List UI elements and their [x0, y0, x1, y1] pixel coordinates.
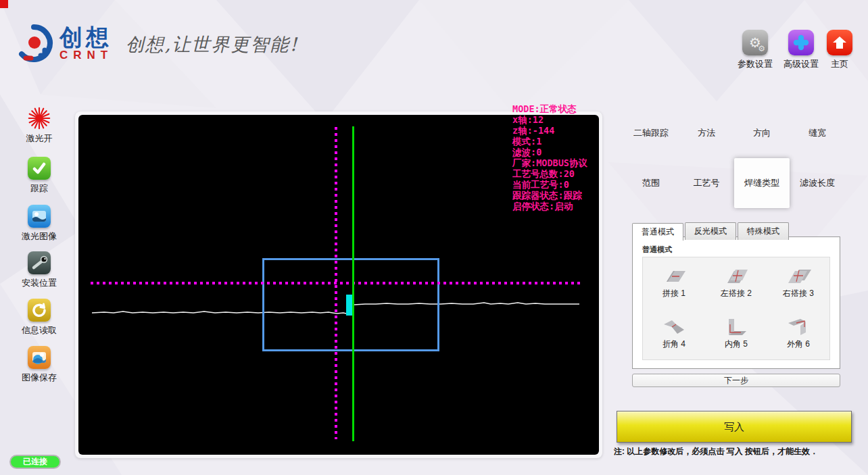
nav-item-method[interactable]: 方法 — [679, 108, 734, 158]
brand-name-en: CRNT — [59, 49, 113, 61]
sidebar-label-laser-image: 激光图像 — [12, 230, 66, 243]
brand-name-cn: 创想 — [59, 25, 113, 49]
weld-option-label: 折角 4 — [662, 339, 685, 350]
fold-angle-icon — [658, 318, 690, 336]
slogan-text: 创想,让世界更智能! — [126, 32, 298, 57]
camera-panel: MODE:正常状态 x轴:12 z轴:-144 模式:1 滤波:0 厂家:MOD… — [75, 111, 602, 458]
overlay-proc-total: 工艺号总数:20 — [512, 168, 587, 179]
overlay-mode: 模式:1 — [512, 136, 587, 147]
settings-nav: 二轴跟踪 方法 方向 缝宽 范围 工艺号 焊缝类型 滤波长度 — [623, 108, 845, 208]
advanced-settings-button[interactable]: 高级设置 — [781, 30, 821, 70]
sidebar-item-tracking[interactable]: 跟踪 — [12, 157, 66, 195]
camera-canvas: MODE:正常状态 x轴:12 z轴:-144 模式:1 滤波:0 厂家:MOD… — [78, 115, 599, 455]
overlay-mode-line: MODE:正常状态 — [512, 103, 587, 114]
nav-item-range[interactable]: 范围 — [623, 158, 679, 208]
sidebar-item-laser-on[interactable]: 激光开 — [12, 107, 66, 145]
sidebar-item-info-read[interactable]: 信息读取 — [12, 299, 66, 336]
gears-icon: ⚙⚙ — [742, 30, 768, 55]
overlay-x-axis: x轴:12 — [512, 114, 587, 125]
weld-option-inner-corner[interactable]: 内角 5 — [705, 309, 767, 360]
outer-corner-icon — [783, 318, 814, 336]
home-icon — [827, 30, 852, 55]
sidebar-item-image-save[interactable]: 图像保存 — [12, 346, 66, 384]
weld-option-label: 左搭接 2 — [721, 288, 752, 299]
home-button[interactable]: 主页 — [819, 30, 860, 70]
next-step-button[interactable]: 下一步 — [632, 374, 840, 387]
brand-text: 创想 CRNT — [59, 25, 113, 61]
status-overlay: MODE:正常状态 x轴:12 z轴:-144 模式:1 滤波:0 厂家:MOD… — [512, 103, 587, 211]
crosshair-horizontal — [91, 282, 583, 284]
overlay-filter: 滤波:0 — [512, 147, 587, 157]
image-save-icon — [28, 346, 51, 369]
advanced-settings-label: 高级设置 — [781, 58, 821, 70]
logo-icon — [14, 23, 54, 64]
nav-item-two-axis-tracking[interactable]: 二轴跟踪 — [623, 108, 679, 158]
inner-corner-icon — [721, 318, 752, 336]
check-icon — [28, 157, 51, 180]
weld-option-right-lap[interactable]: 右搭接 3 — [767, 257, 829, 309]
info-read-icon — [28, 299, 51, 322]
weld-type-panel: 普通模式 拼接 1 左搭接 2 — [632, 236, 840, 369]
left-lap-joint-icon — [721, 267, 752, 286]
overlay-proc-current: 当前工艺号:0 — [512, 179, 587, 190]
group-label-normal-mode: 普通模式 — [642, 245, 672, 255]
sidebar-label-laser-on: 激光开 — [12, 132, 66, 145]
overlay-vendor: 厂家:MODBUS协议 — [512, 157, 587, 168]
weld-option-label: 拼接 1 — [662, 288, 685, 299]
laser-burst-icon — [28, 107, 51, 130]
nav-item-seam-width[interactable]: 缝宽 — [790, 108, 845, 158]
nav-item-weld-type[interactable]: 焊缝类型 — [734, 158, 790, 208]
tab-special-mode[interactable]: 特殊模式 — [738, 222, 789, 240]
weld-option-label: 内角 5 — [725, 339, 748, 350]
overlay-tracker-state: 跟踪器状态:跟踪 — [512, 190, 587, 201]
sidebar-label-info-read: 信息读取 — [12, 324, 66, 336]
right-lap-joint-icon — [783, 267, 814, 286]
corner-marker — [0, 0, 8, 8]
weld-option-outer-corner[interactable]: 外角 6 — [767, 309, 829, 360]
weld-option-butt-joint[interactable]: 拼接 1 — [643, 257, 705, 309]
sidebar-item-install-position[interactable]: 安装位置 — [12, 251, 66, 289]
puzzle-icon — [788, 30, 814, 55]
overlay-z-axis: z轴:-144 — [512, 125, 587, 136]
write-note: 注: 以上参数修改后，必须点击 写入 按钮后，才能生效． — [614, 446, 818, 457]
butt-joint-icon — [658, 267, 690, 286]
install-position-icon — [28, 251, 51, 274]
nav-item-filter-length[interactable]: 滤波长度 — [790, 158, 845, 208]
overlay-run-state: 启停状态:启动 — [512, 201, 587, 211]
write-button[interactable]: 写入 — [617, 411, 852, 443]
nav-item-direction[interactable]: 方向 — [734, 108, 790, 158]
home-label: 主页 — [819, 58, 860, 70]
tab-normal-mode[interactable]: 普通模式 — [632, 223, 683, 241]
tab-reflective-mode[interactable]: 反光模式 — [685, 222, 736, 240]
weld-option-label: 右搭接 3 — [783, 288, 814, 299]
mode-tabs: 普通模式 反光模式 特殊模式 — [632, 222, 790, 240]
reference-line — [352, 126, 354, 441]
param-settings-label: 参数设置 — [735, 58, 775, 70]
logo: 创想 CRNT — [14, 23, 113, 64]
weld-option-left-lap[interactable]: 左搭接 2 — [705, 257, 767, 309]
param-settings-button[interactable]: ⚙⚙ 参数设置 — [735, 30, 775, 70]
laser-image-icon — [28, 205, 51, 228]
weld-option-fold-angle[interactable]: 折角 4 — [643, 309, 705, 360]
weld-options-box: 拼接 1 左搭接 2 右搭接 3 — [642, 257, 830, 360]
nav-item-process-number[interactable]: 工艺号 — [679, 158, 734, 208]
connection-status-badge: 已连接 — [9, 455, 61, 469]
weld-option-label: 外角 6 — [787, 339, 810, 350]
sidebar-item-laser-image[interactable]: 激光图像 — [12, 205, 66, 243]
sidebar-label-tracking: 跟踪 — [12, 182, 66, 195]
sidebar-label-install-position: 安装位置 — [12, 277, 66, 289]
sidebar-label-image-save: 图像保存 — [12, 372, 66, 384]
